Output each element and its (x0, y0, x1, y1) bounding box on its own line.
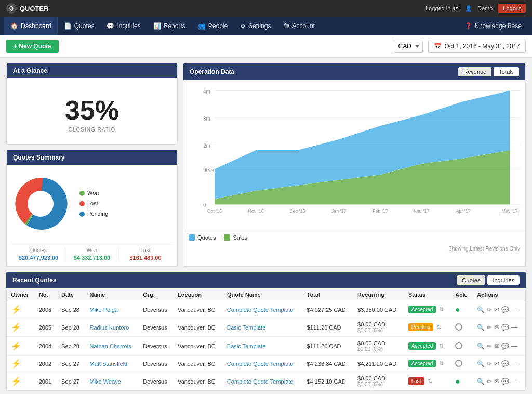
legend-pending-dot (79, 212, 85, 217)
th-no: No. (35, 288, 57, 301)
nav-settings[interactable]: ⚙ Settings (234, 17, 277, 35)
svg-text:May '17: May '17 (502, 208, 518, 214)
stat-quotes: Quotes $20,477,923.00 (12, 247, 65, 261)
td-status: Accepted ⇅ (404, 356, 451, 372)
nav-reports[interactable]: 📊 Reports (147, 17, 192, 35)
th-date: Date (57, 288, 85, 301)
search-action-icon[interactable]: 🔍 (477, 378, 485, 385)
account-icon: 🏛 (284, 22, 290, 30)
more-action-icon[interactable]: — (511, 306, 517, 313)
comment-action-icon[interactable]: 💬 (501, 324, 509, 331)
stat-lost: Lost $161,489.00 (118, 247, 172, 261)
nav-knowledge-base-label: Knowledge Base (475, 22, 522, 30)
search-action-icon[interactable]: 🔍 (477, 360, 485, 367)
td-date: Sep 27 (57, 356, 85, 372)
ack-circle (455, 342, 462, 349)
date-range[interactable]: 📅 Oct 1, 2016 - May 31, 2017 (428, 40, 526, 53)
chart-note: Showing Latest Revisions Only (183, 244, 525, 254)
name-link[interactable]: Mike Polga (89, 307, 117, 313)
td-name: Mike Polga (85, 301, 139, 318)
chart-note-text: Showing Latest Revisions Only (448, 246, 520, 252)
quotes-tab-button[interactable]: Quotes (457, 275, 485, 285)
status-arrows[interactable]: ⇅ (439, 343, 444, 349)
nav-account[interactable]: 🏛 Account (277, 17, 321, 35)
more-action-icon[interactable]: — (511, 324, 517, 331)
operation-data-panel: Operation Data Revenue Totals 4m 3m 2m 9… (183, 63, 526, 267)
edit-action-icon[interactable]: ✏ (487, 360, 492, 367)
search-action-icon[interactable]: 🔍 (477, 306, 485, 313)
at-a-glance-header: At a Glance (7, 63, 177, 78)
nav-dashboard-label: Dashboard (21, 22, 51, 30)
new-quote-button[interactable]: + New Quote (6, 40, 59, 53)
email-action-icon[interactable]: ✉ (494, 324, 499, 331)
email-action-icon[interactable]: ✉ (494, 378, 499, 385)
td-status: Lost ⇅ (404, 372, 451, 391)
stat-won: Won $4,332,713.00 (65, 247, 118, 261)
closing-ratio-pct: 35% (13, 95, 171, 126)
quotes-table: Owner No. Date Name Org. Location Quote … (7, 288, 525, 390)
revenue-tab-button[interactable]: Revenue (458, 67, 491, 76)
search-action-icon[interactable]: 🔍 (477, 324, 485, 331)
more-action-icon[interactable]: — (511, 343, 517, 350)
td-name: Mike Weave (85, 372, 139, 391)
td-quote-name: Complete Quote Template (223, 356, 303, 372)
quote-name-link[interactable]: Basic Template (227, 324, 265, 331)
search-action-icon[interactable]: 🔍 (477, 343, 485, 350)
stat-quotes-label: Quotes (12, 247, 65, 253)
currency-select[interactable]: CAD USD (394, 40, 423, 53)
edit-action-icon[interactable]: ✏ (487, 378, 492, 385)
edit-action-icon[interactable]: ✏ (487, 324, 492, 331)
nav-inquiries[interactable]: 💬 Inquiries (100, 17, 147, 35)
quotes-summary-stats: Quotes $20,477,923.00 Won $4,332,713.00 … (12, 242, 172, 261)
td-quote-name: Complete Quote Template (223, 301, 303, 318)
quote-name-link[interactable]: Complete Quote Template (227, 307, 294, 313)
recent-quotes-title: Recent Quotes (12, 277, 57, 284)
svg-text:Feb '17: Feb '17 (373, 208, 388, 214)
td-no: 2005 (35, 318, 57, 337)
action-icons: 🔍 ✏ ✉ 💬 — (477, 360, 521, 367)
quote-name-link[interactable]: Complete Quote Template (227, 361, 294, 367)
quote-name-link[interactable]: Complete Quote Template (227, 378, 294, 385)
td-ack (451, 356, 473, 372)
email-action-icon[interactable]: ✉ (494, 306, 499, 313)
pie-legend: Won Lost Pending (79, 188, 108, 219)
nav-settings-label: Settings (248, 22, 271, 30)
status-arrows[interactable]: ⇅ (439, 360, 444, 366)
more-action-icon[interactable]: — (511, 360, 517, 367)
rq-tabs: Quotes Inquiries (457, 275, 520, 285)
logout-button[interactable]: Logout (498, 4, 526, 13)
svg-text:4m: 4m (203, 88, 210, 94)
edit-action-icon[interactable]: ✏ (487, 343, 492, 350)
nav-people[interactable]: 👥 People (192, 17, 234, 35)
toolbar: + New Quote CAD USD 📅 Oct 1, 2016 - May … (0, 35, 532, 58)
reports-icon: 📊 (153, 22, 161, 30)
comment-action-icon[interactable]: 💬 (501, 343, 509, 350)
totals-tab-button[interactable]: Totals (494, 67, 519, 76)
nav-knowledge-base[interactable]: ❓ Knowledge Base (458, 17, 528, 35)
table-row: ⚡ 2002 Sep 27 Matt Stansfield Deversus V… (7, 356, 525, 372)
name-link[interactable]: Nathan Charrois (89, 343, 131, 349)
status-arrows[interactable]: ⇅ (436, 324, 441, 330)
td-name: Radius Kuntoro (85, 318, 139, 337)
comment-action-icon[interactable]: 💬 (501, 306, 509, 313)
name-link[interactable]: Mike Weave (89, 378, 121, 385)
name-link[interactable]: Radius Kuntoro (89, 324, 129, 331)
nav-dashboard[interactable]: 🏠 Dashboard (4, 17, 58, 35)
comment-action-icon[interactable]: 💬 (501, 378, 509, 385)
svg-text:2m: 2m (203, 143, 210, 149)
status-arrows[interactable]: ⇅ (428, 378, 432, 384)
legend-won-dot (79, 191, 85, 196)
chart-sales-color (224, 234, 230, 241)
top-bar-right: Logged in as: 👤 Demo Logout (425, 4, 526, 13)
inquiries-tab-button[interactable]: Inquiries (487, 275, 520, 285)
more-action-icon[interactable]: — (511, 378, 517, 385)
edit-action-icon[interactable]: ✏ (487, 306, 492, 313)
comment-action-icon[interactable]: 💬 (501, 360, 509, 367)
stat-quotes-value: $20,477,923.00 (12, 255, 65, 261)
name-link[interactable]: Matt Stansfield (89, 361, 127, 367)
email-action-icon[interactable]: ✉ (494, 360, 499, 367)
nav-quotes[interactable]: 📄 Quotes (58, 17, 101, 35)
status-arrows[interactable]: ⇅ (439, 306, 444, 312)
email-action-icon[interactable]: ✉ (494, 343, 499, 350)
quote-name-link[interactable]: Basic Template (227, 343, 265, 349)
